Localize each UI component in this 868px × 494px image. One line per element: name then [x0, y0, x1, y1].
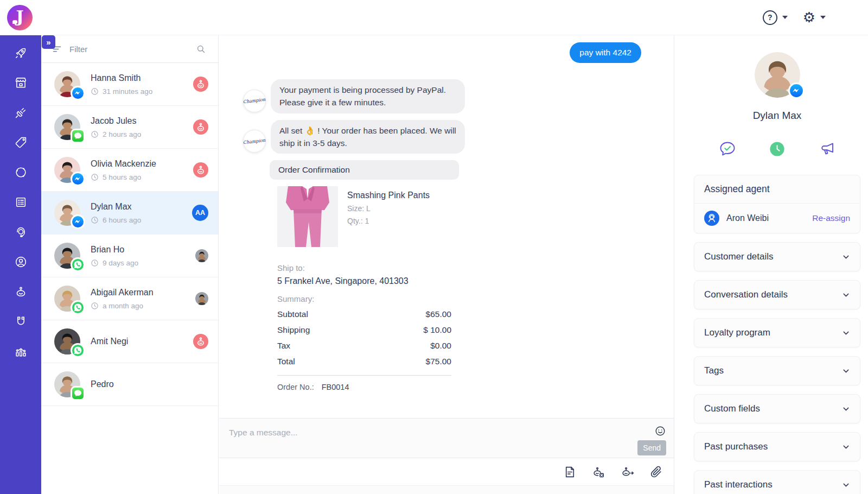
emoji-icon[interactable] [654, 425, 666, 437]
note-icon[interactable] [563, 465, 577, 479]
composer: Send [219, 418, 674, 494]
section-conversation-details[interactable]: Conversation details [694, 280, 860, 309]
conversation-time: 6 hours ago [91, 216, 192, 224]
store-icon[interactable] [14, 76, 28, 90]
summary-row: Shipping$ 10.00 [277, 325, 451, 335]
customer-details-panel: Dylan Max Assigned agent Aron Weibi Re-a… [674, 35, 868, 494]
conversation-row-selected[interactable]: Dylan Max 6 hours ago AA [41, 192, 218, 235]
section-customer-details[interactable]: Customer details [694, 242, 860, 271]
messenger-icon [72, 173, 84, 185]
product-name: Smashing Pink Pants [347, 191, 430, 200]
history-clock-icon[interactable] [768, 139, 787, 159]
rocket-icon[interactable] [14, 46, 28, 60]
agent-initials-badge: AA [192, 205, 208, 221]
product-qty: Qty.: 1 [347, 217, 430, 225]
bot-disable-icon[interactable] [592, 465, 605, 479]
product-image [277, 186, 338, 247]
chevron-down-icon [782, 16, 788, 19]
conversation-name: Olivia Mackenzie [91, 159, 193, 169]
chevron-down-icon [842, 291, 850, 299]
conversation-name: Jacob Jules [91, 116, 193, 126]
send-button[interactable]: Send [637, 440, 666, 455]
bot-status-icon [193, 334, 208, 349]
order-card-title: Order Confirmation [270, 160, 459, 180]
bot-status-icon [193, 77, 208, 92]
brand-avatar: Champion [243, 90, 266, 112]
incoming-message-bubble: All set 👌 ! Your order has been placed. … [271, 120, 465, 154]
chevron-down-icon [820, 16, 826, 19]
filter-bar: Filter [41, 35, 218, 63]
incoming-message-bubble: Your payment is being processed by PayPa… [271, 79, 465, 113]
analytics-icon[interactable] [14, 345, 28, 358]
conversation-row[interactable]: Amit Negi [41, 320, 218, 363]
customer-name: Dylan Max [694, 110, 860, 122]
magnet-icon[interactable] [14, 315, 28, 328]
attachment-icon[interactable] [649, 465, 663, 479]
clock-icon [91, 130, 99, 138]
message-input[interactable] [228, 427, 458, 438]
conversation-name: Pedro [91, 379, 208, 389]
network-icon[interactable] [14, 166, 28, 179]
conversation-row[interactable]: Brian Ho 9 days ago [41, 235, 218, 277]
order-confirmation-message: Order Confirmation [243, 160, 590, 398]
conversation-row[interactable]: Abigail Akerman a month ago [41, 277, 218, 320]
chat-panel: pay with 4242 Champion Your payment is b… [219, 35, 674, 494]
conversation-name: Brian Ho [91, 245, 195, 255]
imessage-icon [72, 387, 84, 400]
messenger-icon [789, 84, 803, 98]
tag-icon[interactable] [14, 136, 28, 149]
whatsapp-icon [72, 344, 84, 357]
section-loyalty-program[interactable]: Loyalty program [694, 318, 860, 347]
bot-status-icon [193, 162, 208, 178]
chevron-down-icon [842, 253, 850, 261]
conversation-time: a month ago [91, 302, 195, 310]
reassign-link[interactable]: Re-assign [812, 213, 850, 223]
clock-icon [91, 87, 99, 96]
ship-to-label: Ship to: [277, 263, 451, 273]
conversation-row[interactable]: Hanna Smith 31 minutes ago [41, 63, 218, 106]
messenger-icon [72, 87, 84, 99]
conversation-time: 9 days ago [91, 259, 195, 267]
conversation-name: Hanna Smith [91, 73, 193, 83]
resolve-conversation-icon[interactable] [718, 139, 737, 159]
conversation-row[interactable]: Jacob Jules 2 hours ago [41, 106, 218, 149]
assigned-agent-card: Assigned agent Aron Weibi Re-assign [694, 175, 860, 233]
plug-icon[interactable] [14, 106, 28, 119]
customer-avatar [755, 52, 800, 98]
nav-rail [0, 35, 41, 494]
bot-icon[interactable] [14, 285, 28, 299]
app-logo[interactable]: J [7, 5, 33, 30]
topbar: J ? ⚙ [0, 0, 868, 35]
order-number: Order No.: FB0014 [277, 376, 451, 398]
brand-avatar: Champion [243, 130, 266, 153]
campaign-megaphone-icon[interactable] [818, 139, 837, 159]
clock-icon [91, 173, 99, 181]
help-menu[interactable]: ? [763, 10, 788, 25]
gear-icon: ⚙ [803, 10, 815, 24]
conversation-time: 2 hours ago [91, 130, 193, 138]
order-card: Order Confirmation [270, 160, 459, 398]
settings-menu[interactable]: ⚙ [803, 10, 826, 24]
forms-icon[interactable] [14, 195, 28, 209]
conversation-name: Amit Negi [91, 337, 193, 346]
section-tags[interactable]: Tags [694, 356, 860, 385]
conversation-row[interactable]: Pedro [41, 363, 218, 406]
section-past-interactions[interactable]: Past interactions [694, 470, 860, 494]
filter-label[interactable]: Filter [69, 45, 189, 54]
contacts-icon[interactable] [14, 255, 28, 269]
section-custom-fields[interactable]: Custom fields [694, 394, 860, 423]
whatsapp-icon [72, 301, 84, 314]
search-icon[interactable] [196, 44, 206, 54]
expand-icon: » [46, 37, 50, 47]
section-past-purchases[interactable]: Past purchases [694, 432, 860, 461]
summary-row: Total$75.00 [277, 357, 451, 366]
conversation-time: 31 minutes ago [91, 87, 193, 96]
chevron-down-icon [842, 405, 850, 413]
conversation-row[interactable]: Olivia Mackenzie 5 hours ago [41, 149, 218, 192]
ship-to-value: 5 Frankel Ave, Singapore, 401303 [277, 276, 451, 286]
expand-sidebar-button[interactable]: » [42, 35, 55, 49]
summary-row: Tax$0.00 [277, 341, 451, 351]
clock-icon [91, 259, 99, 267]
bot-handover-icon[interactable] [621, 465, 634, 479]
headset-icon[interactable] [14, 225, 28, 239]
